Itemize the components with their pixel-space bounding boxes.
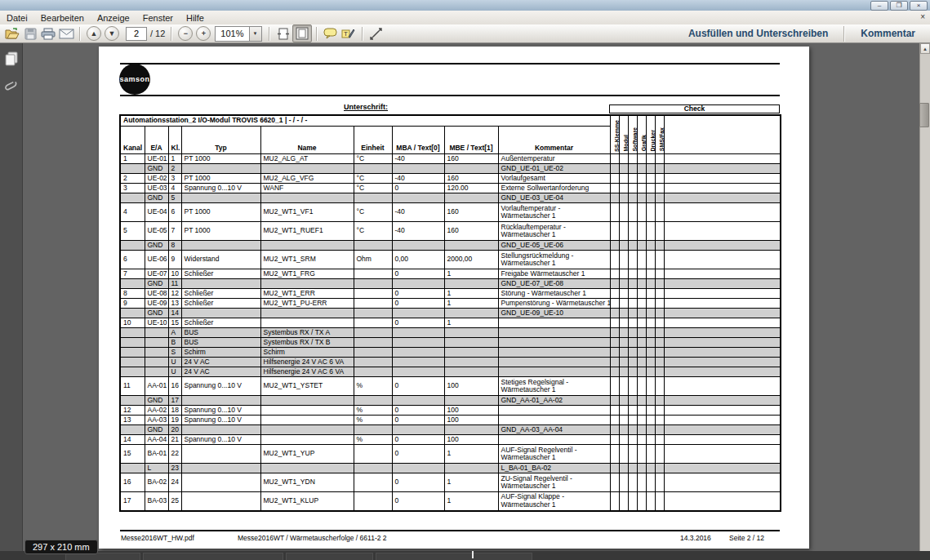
table-row: 10UE-1015Schließer01 [120, 318, 781, 328]
floppy-save-icon [24, 28, 37, 40]
resize-handle[interactable] [472, 551, 474, 558]
table-row: GND11GND_UE-07_UE-08 [120, 279, 781, 289]
table-row: U24 V ACHilfsenergie 24 V AC 6 VA [120, 358, 781, 367]
toolbar-separator [269, 27, 270, 41]
check-col-notes [664, 115, 781, 154]
toolbar-separator [316, 27, 318, 41]
zoom-level-select[interactable]: 101% ▼ [215, 26, 261, 42]
title-bar: – ❐ × [0, 0, 930, 11]
page-number-input[interactable] [126, 27, 147, 41]
add-comment-button[interactable] [322, 25, 340, 42]
table-row: 11AA-0116Spannung 0...10 VMU2_WT1_YSTET%… [120, 377, 781, 396]
footer-filename: Messe2016WT_HW.pdf [121, 534, 194, 542]
toolbar-separator [79, 27, 81, 41]
check-col-ss-klemme: SS-Klemme [610, 115, 619, 154]
table-row: 4UE-046PT 1000MU2_WT1_VF1°C-40160Vorlauf… [120, 203, 781, 222]
table-row: GND14GND_UE-09_UE-10 [120, 309, 781, 318]
taskbar-item [376, 553, 532, 560]
check-col-software: Software [628, 115, 637, 154]
table-row: 3UE-034Spannung 0...10 VWANF°C0120.00Ext… [120, 184, 781, 193]
menu-bar: Datei Bearbeiten Anzeige Fenster Hilfe × [0, 11, 930, 25]
menu-bearbeiten[interactable]: Bearbeiten [34, 12, 91, 24]
fit-page-icon [296, 27, 309, 40]
envelope-icon [59, 29, 74, 39]
col-kl: Kl. [168, 127, 181, 154]
table-row: 14AA-0421Spannung 0...10 V%0100 [120, 435, 781, 445]
scroll-up-button[interactable]: ▲ [920, 43, 930, 54]
page-count-label: / 12 [150, 29, 165, 38]
speech-bubble-icon [323, 28, 337, 39]
io-table: Automationsstation_2 I/O-Modul TROVIS 66… [119, 114, 781, 512]
pdf-page: samson Unterschrift: Check Automationsst… [99, 47, 809, 549]
print-button[interactable] [39, 25, 57, 42]
page-size-tooltip: 297 x 210 mm [24, 540, 98, 554]
sign-annotate-button[interactable]: T [340, 25, 358, 42]
unterschrift-label: Unterschrift: [344, 103, 388, 111]
table-row: 5UE-057PT 1000MU2_WT1_RUEF1°C-40160Rückl… [120, 222, 781, 241]
table-row: 17BA-0325MU2_WT1_KLUP01AUF-Signal Klappe… [120, 492, 781, 511]
restore-button[interactable]: ❐ [890, 1, 908, 11]
menubar-close-icon[interactable]: × [920, 12, 925, 21]
col-mbe: MBE / Text[1] [444, 127, 498, 154]
minimize-button[interactable]: – [870, 1, 888, 11]
paperclip-icon [5, 78, 18, 95]
fullscreen-button[interactable] [367, 25, 385, 42]
taskbar-strip [0, 551, 930, 560]
zoom-level-value: 101% [216, 29, 248, 38]
footer-page-number: Seite 2 / 12 [729, 534, 764, 542]
menu-hilfe[interactable]: Hilfe [180, 12, 211, 24]
save-button[interactable] [21, 25, 39, 42]
table-row: GND17GND_AA-01_AA-02 [120, 396, 781, 406]
check-header: Check [609, 104, 780, 113]
email-button[interactable] [57, 25, 75, 42]
chevron-down-icon[interactable]: ▼ [249, 27, 261, 41]
table-row: ABUSSystembus RX / TX A [120, 328, 781, 338]
check-col-modul: Modul [619, 115, 628, 154]
col-kanal: Kanal [120, 127, 145, 154]
zoom-out-button[interactable]: − [178, 26, 193, 41]
col-einheit: Einheit [354, 127, 392, 154]
check-col-grafik: Grafik [637, 115, 646, 154]
zoom-in-button[interactable]: + [196, 26, 211, 41]
table-title-row: Automationsstation_2 I/O-Modul TROVIS 66… [120, 115, 781, 127]
table-row: GND20GND_AA-03_AA-04 [120, 425, 781, 435]
previous-page-button[interactable]: ▲ [87, 26, 101, 41]
header-rule-top [120, 63, 780, 64]
samson-logo-text: samson [119, 75, 149, 83]
navigation-sidebar [0, 43, 23, 551]
document-viewport: samson Unterschrift: Check Automationsst… [0, 43, 930, 551]
table-row: 8UE-0812SchließerMU2_WT1_ERR01Störung - … [120, 289, 781, 299]
menu-anzeige[interactable]: Anzeige [91, 12, 136, 24]
fit-width-icon [277, 28, 290, 40]
scrolling-mode-button[interactable] [274, 25, 292, 42]
samson-logo: samson [119, 64, 150, 95]
table-row: 9UE-0913SchließerMU2_WT1_PU-ERR01Pumpens… [120, 299, 781, 309]
table-row: U24 V ACHilfsenergie 24 V AC 6 VA [120, 367, 781, 377]
page-thumbnails-button[interactable] [0, 48, 22, 69]
table-row: BBUSSystembus RX / TX B [120, 338, 781, 348]
next-page-button[interactable]: ▼ [105, 26, 119, 41]
col-name: Name [260, 127, 354, 154]
menu-fenster[interactable]: Fenster [136, 12, 180, 24]
toolbar: ▲ ▼ / 12 − + 101% ▼ [0, 24, 930, 43]
vertical-scrollbar-thumb[interactable] [919, 103, 929, 127]
table-row: 7UE-0710SchließerMU2_WT1_FRG01Freigabe W… [120, 269, 781, 279]
svg-text:T: T [344, 30, 348, 38]
table-row: 2UE-023PT 1000MU2_ALG_VFG°C-40160Vorlauf… [120, 174, 781, 184]
table-row: L23L_BA-01_BA-02 [120, 464, 781, 473]
menu-datei[interactable]: Datei [0, 12, 34, 24]
close-button[interactable]: × [910, 1, 928, 11]
comment-pane-button[interactable]: Kommentar [849, 28, 927, 39]
pdf-viewer-window: – ❐ × Datei Bearbeiten Anzeige Fenster H… [0, 0, 930, 560]
fill-and-sign-button[interactable]: Ausfüllen und Unterschreiben [677, 28, 839, 39]
header-rule-bottom [120, 95, 780, 96]
table-title: Automationsstation_2 I/O-Modul TROVIS 66… [120, 115, 610, 127]
table-row: GND8GND_UE-05_UE-06 [120, 241, 781, 251]
taskbar-item [286, 553, 373, 560]
toolbar-separator [171, 27, 172, 41]
attachments-button[interactable] [0, 76, 22, 97]
fit-page-button[interactable] [292, 24, 312, 42]
open-file-button[interactable] [3, 25, 21, 42]
toolbar-separator [362, 27, 363, 41]
pages-icon [4, 51, 18, 66]
